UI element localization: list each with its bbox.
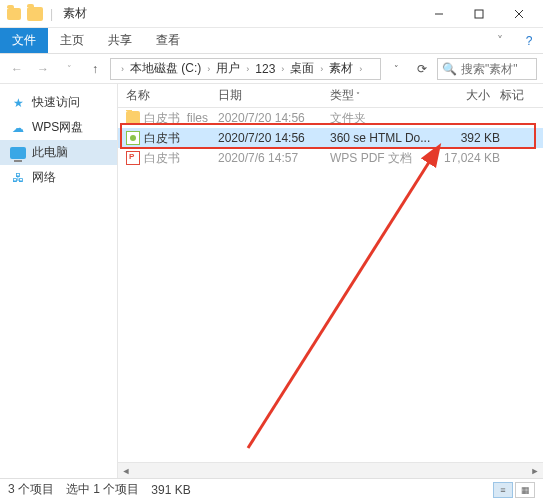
pc-icon bbox=[10, 145, 26, 161]
view-icons-button[interactable]: ▦ bbox=[515, 482, 535, 498]
sidebar-item-label: WPS网盘 bbox=[32, 119, 83, 136]
forward-button[interactable]: → bbox=[32, 58, 54, 80]
tab-view[interactable]: 查看 bbox=[144, 28, 192, 53]
back-button[interactable]: ← bbox=[6, 58, 28, 80]
sidebar-item-network[interactable]: 🖧 网络 bbox=[0, 165, 117, 190]
tab-share[interactable]: 共享 bbox=[96, 28, 144, 53]
window-title: 素材 bbox=[63, 5, 419, 22]
view-details-button[interactable]: ≡ bbox=[493, 482, 513, 498]
ribbon-collapse-button[interactable]: ˅ bbox=[485, 28, 515, 53]
minimize-button[interactable] bbox=[419, 0, 459, 28]
close-button[interactable] bbox=[499, 0, 539, 28]
horizontal-scrollbar[interactable]: ◄ ► bbox=[118, 462, 543, 478]
file-name: 白皮书_files bbox=[144, 110, 208, 127]
column-size[interactable]: 大小 bbox=[440, 87, 500, 104]
search-box[interactable]: 🔍 bbox=[437, 58, 537, 80]
sidebar-item-thispc[interactable]: 此电脑 bbox=[0, 140, 117, 165]
search-icon: 🔍 bbox=[442, 62, 457, 76]
annotation-arrow bbox=[238, 138, 458, 458]
sidebar-item-label: 快速访问 bbox=[32, 94, 80, 111]
app-icon bbox=[7, 8, 21, 20]
column-type-label: 类型 bbox=[330, 87, 354, 104]
breadcrumb-segment[interactable]: 本地磁盘 (C:) bbox=[130, 60, 201, 77]
chevron-right-icon: › bbox=[246, 64, 249, 74]
status-selected-size: 391 KB bbox=[151, 483, 190, 497]
file-type: 360 se HTML Do... bbox=[330, 131, 440, 145]
tab-file[interactable]: 文件 bbox=[0, 28, 48, 53]
breadcrumb-segment[interactable]: 素材 bbox=[329, 60, 353, 77]
sidebar-item-quick[interactable]: ★ 快速访问 bbox=[0, 90, 117, 115]
file-rows: 白皮书_files 2020/7/20 14:56 文件夹 白皮书 2020/7… bbox=[118, 108, 543, 462]
status-item-count: 3 个项目 bbox=[8, 481, 54, 498]
file-date: 2020/7/6 14:57 bbox=[218, 151, 330, 165]
file-list-pane: 名称 日期 类型 ˅ 大小 标记 白皮书_files 2020/7/20 14:… bbox=[118, 84, 543, 478]
cloud-icon: ☁ bbox=[10, 120, 26, 136]
file-row[interactable]: 白皮书_files 2020/7/20 14:56 文件夹 bbox=[118, 108, 543, 128]
file-name: 白皮书 bbox=[144, 150, 180, 167]
scroll-right-icon[interactable]: ► bbox=[527, 463, 543, 478]
breadcrumb-segment[interactable]: 用户 bbox=[216, 60, 240, 77]
search-input[interactable] bbox=[461, 62, 531, 76]
folder-icon bbox=[126, 111, 140, 125]
file-row[interactable]: 白皮书 2020/7/20 14:56 360 se HTML Do... 39… bbox=[118, 128, 543, 148]
column-mark[interactable]: 标记 bbox=[500, 87, 540, 104]
file-size: 392 KB bbox=[440, 131, 500, 145]
sort-indicator-icon: ˅ bbox=[356, 91, 360, 100]
chevron-right-icon: › bbox=[207, 64, 210, 74]
file-type: WPS PDF 文档 bbox=[330, 150, 440, 167]
file-size: 17,024 KB bbox=[440, 151, 500, 165]
help-button[interactable]: ? bbox=[515, 28, 543, 53]
folder-icon bbox=[27, 7, 43, 21]
divider: | bbox=[50, 7, 53, 21]
column-name[interactable]: 名称 bbox=[126, 87, 218, 104]
svg-rect-1 bbox=[475, 10, 483, 18]
nav-pane: ★ 快速访问 ☁ WPS网盘 此电脑 🖧 网络 bbox=[0, 84, 118, 478]
network-icon: 🖧 bbox=[10, 170, 26, 186]
title-bar: | 素材 bbox=[0, 0, 543, 28]
status-bar: 3 个项目 选中 1 个项目 391 KB ≡ ▦ bbox=[0, 478, 543, 500]
file-type: 文件夹 bbox=[330, 110, 440, 127]
sidebar-item-label: 网络 bbox=[32, 169, 56, 186]
address-bar[interactable]: › 本地磁盘 (C:) › 用户 › 123 › 桌面 › 素材 › bbox=[110, 58, 381, 80]
chevron-right-icon: › bbox=[281, 64, 284, 74]
column-headers: 名称 日期 类型 ˅ 大小 标记 bbox=[118, 84, 543, 108]
scroll-left-icon[interactable]: ◄ bbox=[118, 463, 134, 478]
file-date: 2020/7/20 14:56 bbox=[218, 111, 330, 125]
sidebar-item-wps[interactable]: ☁ WPS网盘 bbox=[0, 115, 117, 140]
column-type[interactable]: 类型 ˅ bbox=[330, 87, 440, 104]
chevron-right-icon: › bbox=[121, 64, 124, 74]
recent-button[interactable]: ˅ bbox=[58, 58, 80, 80]
breadcrumb-segment[interactable]: 123 bbox=[255, 62, 275, 76]
file-date: 2020/7/20 14:56 bbox=[218, 131, 330, 145]
status-selected-count: 选中 1 个项目 bbox=[66, 481, 139, 498]
chevron-right-icon: › bbox=[320, 64, 323, 74]
breadcrumb-segment[interactable]: 桌面 bbox=[290, 60, 314, 77]
html-file-icon bbox=[126, 131, 140, 145]
file-row[interactable]: 白皮书 2020/7/6 14:57 WPS PDF 文档 17,024 KB bbox=[118, 148, 543, 168]
svg-line-4 bbox=[248, 148, 438, 448]
sidebar-item-label: 此电脑 bbox=[32, 144, 68, 161]
dropdown-button[interactable]: ˅ bbox=[385, 64, 407, 74]
pdf-file-icon bbox=[126, 151, 140, 165]
chevron-right-icon: › bbox=[359, 64, 362, 74]
refresh-button[interactable]: ⟳ bbox=[411, 62, 433, 76]
ribbon-tabs: 文件 主页 共享 查看 ˅ ? bbox=[0, 28, 543, 54]
file-name: 白皮书 bbox=[144, 130, 180, 147]
up-button[interactable]: ↑ bbox=[84, 58, 106, 80]
tab-home[interactable]: 主页 bbox=[48, 28, 96, 53]
address-bar-row: ← → ˅ ↑ › 本地磁盘 (C:) › 用户 › 123 › 桌面 › 素材… bbox=[0, 54, 543, 84]
column-date[interactable]: 日期 bbox=[218, 87, 330, 104]
star-icon: ★ bbox=[10, 95, 26, 111]
maximize-button[interactable] bbox=[459, 0, 499, 28]
